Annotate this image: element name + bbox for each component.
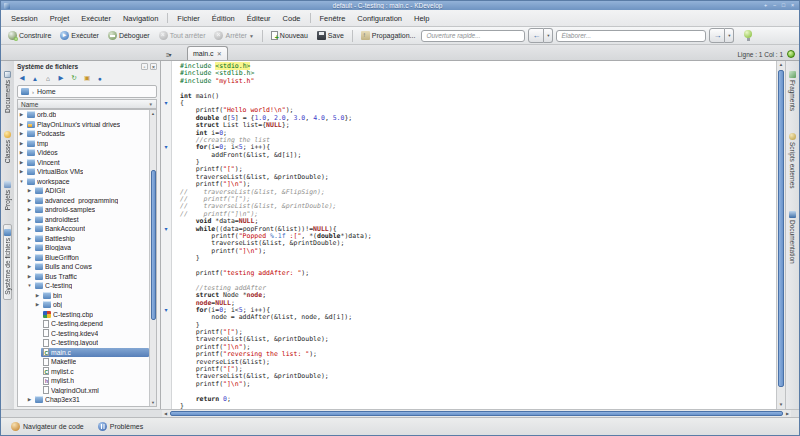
sidebar-tab-scripts-externes[interactable]: Scripts externes: [789, 129, 796, 193]
tree-item-virtualbox-vms[interactable]: ▶VirtualBox VMs: [18, 167, 149, 177]
sidebar-tab-projets[interactable]: Projets: [4, 177, 11, 214]
tree-item-mylist-h[interactable]: mylist.h: [18, 376, 149, 386]
tree-item-c-testing-kdev4[interactable]: C-testing.kdev4: [18, 329, 149, 339]
collapsed-arrow-icon[interactable]: ▶: [26, 397, 33, 402]
scroll-right-icon[interactable]: ▶: [784, 411, 791, 416]
tree-item-c-world-factbook[interactable]: ▶C#-World-Factbook: [18, 405, 149, 407]
panel-float-button[interactable]: ▫: [141, 63, 148, 70]
menu-editeur[interactable]: Éditeur: [241, 12, 277, 25]
code-editor[interactable]: ▾▾▾▾ #include <stdio.h>#include <stdlib.…: [161, 61, 785, 409]
back-icon[interactable]: ◀: [17, 73, 27, 83]
document-switcher-icon[interactable]: ≡▾: [166, 51, 171, 58]
collapsed-arrow-icon[interactable]: ▶: [26, 198, 33, 203]
propagation-button[interactable]: Propagation...: [358, 30, 419, 41]
tree-item-c-testing[interactable]: ▼C-testing: [18, 281, 149, 291]
editor-scrollbar-thumb[interactable]: [778, 70, 784, 387]
save-button[interactable]: Save: [314, 30, 347, 41]
lightbulb-icon[interactable]: [743, 30, 753, 42]
tree-item-obj[interactable]: ▶obj: [18, 300, 149, 310]
tree-item-podcasts[interactable]: ▶Podcasts: [18, 129, 149, 139]
menu-navigation[interactable]: Navigation: [117, 12, 164, 25]
statusbar-navigateur-de-code-button[interactable]: Navigateur de code: [7, 421, 88, 432]
tree-item-bulls-and-cows[interactable]: ▶Bulls and Cows: [18, 262, 149, 272]
menu-projet[interactable]: Projet: [44, 12, 76, 25]
forward-icon[interactable]: ▶: [56, 73, 66, 83]
collapsed-arrow-icon[interactable]: ▶: [26, 245, 33, 250]
window-button-[interactable]: ×: [789, 2, 796, 9]
collapsed-arrow-icon[interactable]: ▶: [18, 122, 25, 127]
tree-item-valgrindout-xml[interactable]: ValgrindOut.xml: [18, 386, 149, 396]
tree-item-adigit[interactable]: ▶ADIGit: [18, 186, 149, 196]
up-icon[interactable]: ▲: [30, 73, 40, 83]
code-area[interactable]: #include <stdio.h>#include <stdlib.h>#in…: [172, 61, 776, 409]
home-icon[interactable]: ⌂: [43, 73, 53, 83]
reload-icon[interactable]: ↻: [69, 73, 79, 83]
editor-hscrollbar[interactable]: ◀ ▶: [162, 410, 791, 417]
collapsed-arrow-icon[interactable]: ▶: [26, 217, 33, 222]
fold-arrow-icon[interactable]: ▾: [161, 307, 171, 314]
tab-close-icon[interactable]: ✕: [217, 50, 222, 57]
tab-main-c[interactable]: main.c ✕: [187, 46, 228, 60]
tree-item-workspace[interactable]: ▼workspace: [18, 177, 149, 187]
expanded-arrow-icon[interactable]: ▼: [18, 179, 25, 184]
fold-arrow-icon[interactable]: ▾: [161, 226, 171, 233]
tree-item-bus-traffic[interactable]: ▶Bus Traffic: [18, 272, 149, 282]
statusbar-problemes-button[interactable]: Problèmes: [94, 421, 147, 432]
tree-item-c-testing-cbp[interactable]: C-testing.cbp: [18, 310, 149, 320]
scroll-down-icon[interactable]: ▼: [777, 401, 785, 409]
menu-edition[interactable]: Édition: [206, 12, 241, 25]
collapsed-arrow-icon[interactable]: ▶: [26, 274, 33, 279]
window-button-[interactable]: −: [771, 2, 778, 9]
fold-arrow-icon[interactable]: ▾: [161, 100, 171, 107]
title-bar[interactable]: default - C-testing : main.c - KDevelop …: [1, 1, 799, 10]
tree-item-chap3ex31[interactable]: ▶Chap3ex31: [18, 395, 149, 405]
menu-session[interactable]: Session: [5, 12, 44, 25]
window-button-[interactable]: +: [762, 2, 769, 9]
collapsed-arrow-icon[interactable]: ▶: [26, 188, 33, 193]
breadcrumb-home[interactable]: Home: [37, 88, 56, 95]
tree-item-main-c[interactable]: main.c: [18, 348, 149, 358]
editor-hscrollbar-thumb[interactable]: [170, 411, 783, 416]
elaborate-input[interactable]: [556, 30, 706, 42]
menu-code[interactable]: Code: [277, 12, 307, 25]
editor-scrollbar[interactable]: ▲ ▼: [776, 61, 785, 409]
tree-item-orb-db[interactable]: ▶orb.db: [18, 110, 149, 120]
scroll-left-icon[interactable]: ◀: [162, 411, 169, 416]
tree-item-bankaccount[interactable]: ▶BankAccount: [18, 224, 149, 234]
menu-executer[interactable]: Exécuter: [75, 12, 117, 25]
tree-item-vincent[interactable]: ▶Vincent: [18, 158, 149, 168]
forward-arrow-button[interactable]: →: [709, 28, 725, 43]
menu-fenetre[interactable]: Fenêtre: [314, 12, 352, 25]
build-button[interactable]: Construire: [5, 30, 54, 41]
tree-scrollbar-thumb[interactable]: [151, 170, 156, 320]
forward-dropdown-button[interactable]: ▾: [725, 28, 734, 43]
collapsed-arrow-icon[interactable]: ▶: [18, 112, 25, 117]
back-arrow-button[interactable]: ←: [528, 28, 544, 43]
menu-fichier[interactable]: Fichier: [171, 12, 206, 25]
menu-help[interactable]: Help: [408, 12, 435, 25]
collapsed-arrow-icon[interactable]: ▶: [34, 302, 41, 307]
quick-open-input[interactable]: [421, 30, 525, 42]
fold-arrow-icon[interactable]: ▾: [161, 144, 171, 151]
tree-item-battleship[interactable]: ▶Battleship: [18, 234, 149, 244]
collapsed-arrow-icon[interactable]: ▶: [26, 236, 33, 241]
tree-item-mylist-c[interactable]: mylist.c: [18, 367, 149, 377]
panel-close-button[interactable]: ×: [150, 63, 157, 70]
new-button[interactable]: Nouveau: [268, 30, 311, 41]
collapsed-arrow-icon[interactable]: ▶: [34, 293, 41, 298]
tree-item-makefile[interactable]: Makefile: [18, 357, 149, 367]
back-dropdown-button[interactable]: ▾: [544, 28, 553, 43]
window-button-[interactable]: □: [780, 2, 787, 9]
collapsed-arrow-icon[interactable]: ▶: [18, 150, 25, 155]
collapsed-arrow-icon[interactable]: ▶: [26, 207, 33, 212]
tree-item-android-samples[interactable]: ▶android-samples: [18, 205, 149, 215]
collapsed-arrow-icon[interactable]: ▶: [18, 141, 25, 146]
collapsed-arrow-icon[interactable]: ▶: [18, 131, 25, 136]
tree-item-c-testing-depend[interactable]: C-testing.depend: [18, 319, 149, 329]
tree-item-videos[interactable]: ▶Vidéos: [18, 148, 149, 158]
tree-item-c-testing-layout[interactable]: C-testing.layout: [18, 338, 149, 348]
menu-configuration[interactable]: Configuration: [351, 12, 408, 25]
debug-button[interactable]: Déboguer: [105, 30, 153, 41]
name-column-header[interactable]: Name ▼: [17, 99, 157, 109]
tree-item-bin[interactable]: ▶bin: [18, 291, 149, 301]
